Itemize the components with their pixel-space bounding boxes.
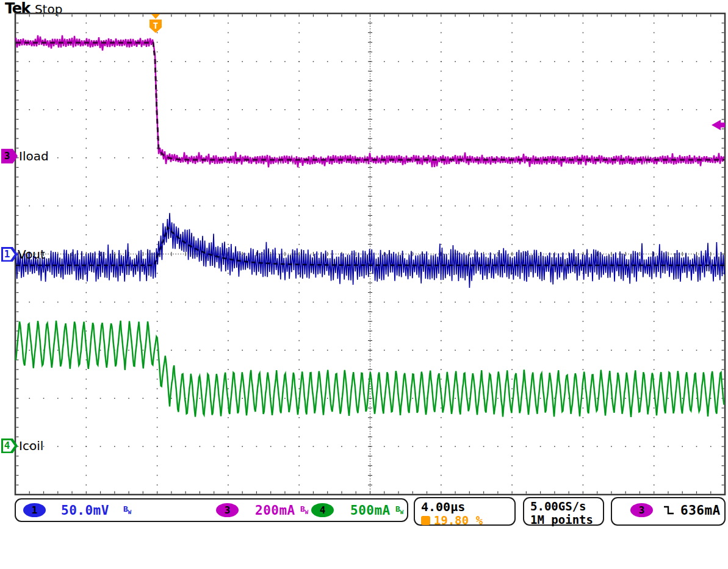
waveform-display: T: [0, 0, 728, 537]
trigger-position-tip-icon: [151, 14, 160, 19]
channel-4-marker-number: 4: [1, 440, 13, 451]
trigger-source-number: 3: [639, 504, 645, 516]
trigger-position-marker[interactable]: T: [150, 14, 162, 33]
trigger-icon: T: [421, 516, 430, 525]
sample-rate: 5.00GS/s: [530, 499, 586, 513]
timebase-scale: 4.00µs: [421, 499, 465, 514]
channel-4-scale: 500mA: [350, 503, 391, 518]
acquisition-readout-box: 5.00GS/s 1M points: [523, 497, 604, 526]
channel-3-scale: 200mA: [255, 503, 295, 518]
trigger-position-readout: T 19.80 %: [421, 514, 483, 527]
channel-3-badge: 3: [216, 503, 239, 517]
channel-3-label: Iload: [19, 149, 49, 163]
channel-3-marker-number: 3: [1, 150, 13, 162]
trigger-readout-box: 3 636mA: [611, 497, 726, 526]
channel-4-label: Icoil: [19, 438, 43, 453]
trigger-flag-label: T: [153, 21, 158, 30]
falling-edge-icon: [662, 504, 676, 517]
channel-1-badge-number: 1: [32, 504, 38, 516]
trigger-level: 636mA: [680, 503, 721, 518]
oscilloscope-screen: { "header": { "logo": "Tek", "status": "…: [0, 0, 728, 569]
timebase-readout-box: 4.00µs T 19.80 %: [414, 497, 516, 526]
channel-4-badge-number: 4: [320, 504, 326, 516]
trigger-source-badge: 3: [630, 503, 653, 517]
channel-1-badge: 1: [23, 503, 46, 517]
channel-1-bandwidth-icon: BW: [123, 504, 131, 515]
channel-1-scale: 50.0mV: [61, 503, 109, 518]
channel-3-position-marker[interactable]: 3: [1, 149, 18, 163]
channel-1-position-marker[interactable]: 1: [1, 247, 18, 262]
channel-4-position-marker[interactable]: 4: [1, 438, 18, 453]
channel-4-bandwidth-icon: BW: [395, 504, 403, 515]
channel-1-label: Vout: [18, 247, 45, 262]
channel-3-bandwidth-icon: BW: [300, 504, 308, 515]
channel-scale-readout-box: 1 50.0mV BW 3 200mA BW 4 500mA BW: [15, 498, 408, 522]
channel-4-badge: 4: [311, 503, 334, 517]
channel-3-badge-number: 3: [225, 504, 231, 516]
record-length: 1M points: [530, 513, 593, 526]
channel-1-marker-number: 1: [1, 248, 13, 260]
trigger-position-percent: 19.80 %: [434, 514, 483, 527]
